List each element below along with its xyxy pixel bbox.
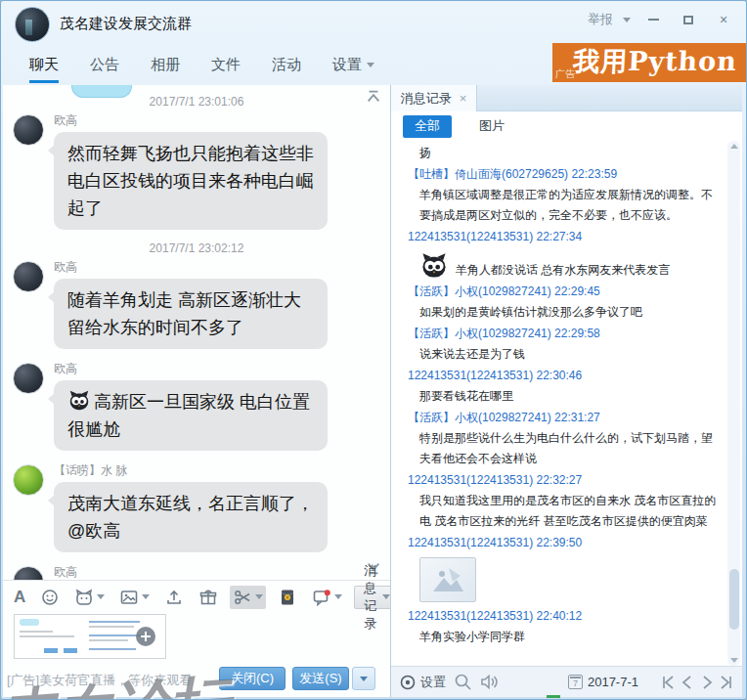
upload-icon <box>164 588 184 607</box>
chat-message: 【话唠】水 脉 茂南大道东延线，名正言顺了，@欧高 <box>13 462 380 552</box>
send-image-button[interactable] <box>116 586 153 609</box>
font-style-button[interactable]: A <box>11 587 28 607</box>
chat-message: 欧高 然而轻舞飞扬也只能抱着这些非电白区投钱的项目来各种电白崛起了 <box>13 112 380 230</box>
gear-icon <box>399 674 417 691</box>
tab-files[interactable]: 文件 <box>211 46 241 83</box>
history-sound-button[interactable] <box>480 674 499 690</box>
chat-message-list: 2017/7/1 23:01:06 欧高 然而轻舞飞扬也只能抱着这些非电白区投钱… <box>3 85 390 580</box>
gift-icon <box>198 588 218 607</box>
chat-notification-icon <box>312 588 331 607</box>
history-tab-close-icon[interactable]: × <box>460 91 467 106</box>
user-avatar[interactable] <box>13 261 44 292</box>
history-tab[interactable]: 消息记录 × <box>391 85 477 111</box>
user-avatar[interactable] <box>13 464 44 496</box>
scrollbar-down-arrow[interactable] <box>730 658 738 663</box>
chat-message: 欧高 高新区一旦国家级 电白位置很尴尬 <box>13 361 380 451</box>
history-panel: 消息记录 × 全部 图片 扬 【吐槽】倚山面海(602729625) 22:23… <box>390 85 742 697</box>
sticker-button[interactable] <box>71 586 108 609</box>
qq-group-chat-window: 茂名建设发展交流群 举报 × 聊天 公告 相册 文件 活动 设置 我用Pytho… <box>0 0 747 700</box>
ad-link[interactable]: [广告]美女荷官直播，等你来观看 <box>7 672 192 689</box>
history-text: 如果划的是黄岭镇估计就没那么多争议了吧 <box>391 302 723 323</box>
chat-toolbar: A ¥ <box>3 580 390 613</box>
history-scrollbar[interactable] <box>727 141 740 666</box>
sticker-caret-icon <box>97 594 105 599</box>
gift-button[interactable] <box>196 586 221 609</box>
chat-timestamp: 2017/7/1 23:01:06 <box>13 95 380 109</box>
close-button[interactable]: × <box>711 11 736 28</box>
history-tabstrip: 消息记录 × <box>391 85 742 111</box>
send-button[interactable]: 发送(S) <box>292 667 349 690</box>
message-input-area[interactable] <box>3 613 390 662</box>
message-text: 茂南大道东延线，名正言顺了，@欧高 <box>67 494 314 541</box>
filter-images-button[interactable]: 图片 <box>479 117 505 135</box>
nav-tabs: 聊天 公告 相册 文件 活动 设置 <box>3 46 374 83</box>
tab-announcement[interactable]: 公告 <box>90 46 119 83</box>
last-page-icon[interactable] <box>719 674 734 691</box>
history-header: 122413531(122413531) 22:27:34 <box>391 227 723 247</box>
ad-banner-text: 我用Python <box>557 44 746 79</box>
image-caret-icon <box>142 594 150 599</box>
history-header: 【活跃】小权(1029827241) 22:29:58 <box>391 324 723 344</box>
emoticon-button[interactable] <box>37 586 63 609</box>
owl-emoji <box>67 389 91 413</box>
history-header: 【吐槽】倚山面海(602729625) 22:23:59 <box>391 164 723 185</box>
report-link[interactable]: 举报 <box>588 11 613 28</box>
screenshot-button[interactable] <box>230 586 266 609</box>
user-avatar[interactable] <box>13 566 44 580</box>
user-avatar[interactable] <box>13 363 44 394</box>
previous-page-icon[interactable] <box>680 674 695 691</box>
history-header: 【活跃】小权(1029827241) 22:29:45 <box>391 282 723 302</box>
ad-banner[interactable]: 我用Python 广告 <box>552 43 746 82</box>
message-bubble: 茂南大道东延线，名正言顺了，@欧高 <box>54 482 328 552</box>
history-text: 扬 <box>391 143 723 163</box>
broken-image-icon <box>431 566 464 593</box>
screenshot-caret-icon <box>255 594 263 599</box>
image-icon <box>119 588 139 607</box>
tab-settings-label: 设置 <box>332 56 362 74</box>
titlebar: 茂名建设发展交流群 举报 × <box>3 3 744 44</box>
history-filter-row: 全部 图片 <box>391 111 742 141</box>
report-caret-icon[interactable] <box>623 18 631 22</box>
message-text: 随着羊角划走 高新区逐渐壮大 留给水东的时间不多了 <box>67 290 301 337</box>
image-placeholder[interactable] <box>419 557 476 602</box>
window-title: 茂名建设发展交流群 <box>60 15 192 33</box>
red-packet-icon: ¥ <box>278 588 297 607</box>
zoom-magnifier-icon <box>136 627 155 646</box>
sender-name: 欧高 <box>54 112 328 129</box>
filter-all-button[interactable]: 全部 <box>403 115 452 138</box>
scrollbar-thumb[interactable] <box>729 569 739 630</box>
sender-name: 欧高 <box>54 361 328 377</box>
send-file-button[interactable] <box>161 586 187 609</box>
message-text: 高新区一旦国家级 电白位置很尴尬 <box>67 392 310 439</box>
scrollbar-up-arrow[interactable] <box>730 144 738 149</box>
history-image-row <box>391 557 723 602</box>
maximize-button[interactable] <box>676 11 701 28</box>
next-page-icon[interactable] <box>699 674 715 691</box>
sender-name: 欧高 <box>54 259 328 276</box>
minimize-button[interactable] <box>640 11 666 28</box>
group-avatar[interactable] <box>15 7 50 42</box>
first-page-icon[interactable] <box>660 674 676 691</box>
screenshot-thumbnail[interactable] <box>14 614 166 659</box>
history-header: 122413531(122413531) 22:40:12 <box>391 606 723 627</box>
history-tab-label: 消息记录 <box>401 90 452 108</box>
history-content: 扬 【吐槽】倚山面海(602729625) 22:23:59 羊角镇区域调整是很… <box>391 141 742 666</box>
message-bubble: 高新区一旦国家级 电白位置很尴尬 <box>54 380 328 451</box>
sender-name: 【话唠】水 脉 <box>54 462 328 479</box>
close-chat-button[interactable]: 关闭(C) <box>219 667 286 690</box>
tab-album[interactable]: 相册 <box>151 46 180 83</box>
history-settings-button[interactable]: 设置 <box>399 674 446 691</box>
send-options-button[interactable] <box>352 667 375 690</box>
history-date-picker[interactable]: 7 2017-7-1 <box>568 675 638 689</box>
tab-chat[interactable]: 聊天 <box>29 46 59 83</box>
search-icon <box>454 673 472 691</box>
chat-message-partial: 欧高 <box>13 564 380 580</box>
user-avatar[interactable] <box>13 114 44 146</box>
red-packet-button[interactable]: ¥ <box>275 586 300 609</box>
chat-message: 欧高 随着羊角划走 高新区逐渐壮大 留给水东的时间不多了 <box>13 259 380 349</box>
tab-settings[interactable]: 设置 <box>332 46 374 83</box>
tab-activity[interactable]: 活动 <box>272 46 301 83</box>
history-search-button[interactable] <box>454 673 472 691</box>
collapse-chat-icon[interactable] <box>365 89 382 105</box>
message-alert-button[interactable] <box>309 586 345 609</box>
